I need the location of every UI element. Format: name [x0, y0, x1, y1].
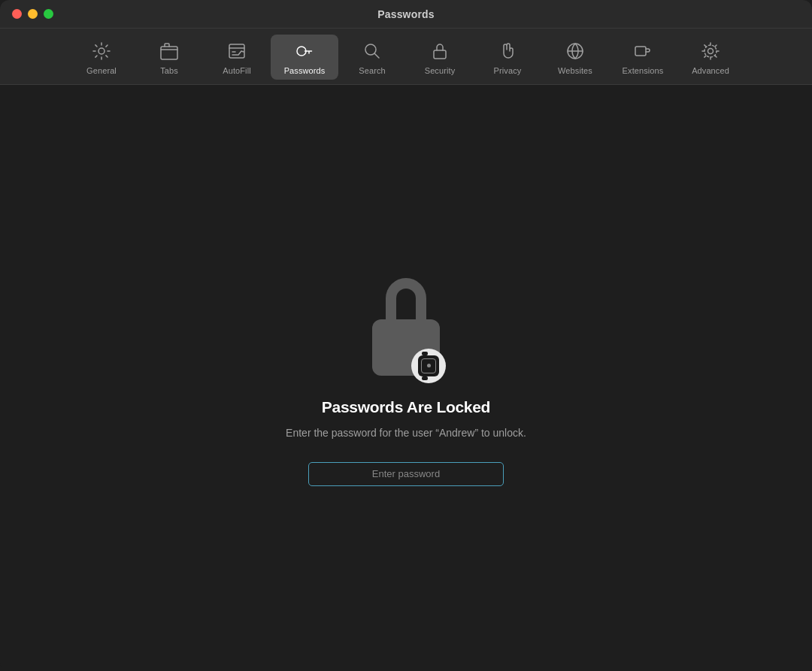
- tab-general[interactable]: General: [68, 35, 135, 80]
- tab-websites[interactable]: Websites: [541, 35, 609, 80]
- tab-passwords-label: Passwords: [284, 66, 326, 75]
- svg-rect-5: [434, 50, 446, 59]
- minimize-button[interactable]: [28, 9, 38, 19]
- lock-body: [372, 319, 440, 376]
- tab-autofill-label: AutoFill: [223, 66, 250, 75]
- locked-title: Passwords Are Locked: [322, 398, 490, 416]
- maximize-button[interactable]: [44, 9, 53, 19]
- tab-advanced-label: Advanced: [692, 66, 729, 75]
- close-button[interactable]: [12, 9, 22, 19]
- tab-extensions[interactable]: Extensions: [609, 35, 677, 80]
- tab-privacy[interactable]: Privacy: [474, 35, 541, 80]
- tab-autofill[interactable]: AutoFill: [203, 35, 271, 80]
- watch-dot: [427, 364, 431, 367]
- gear-advanced-icon: [700, 39, 721, 63]
- watch-icon: [418, 355, 439, 376]
- tab-websites-label: Websites: [558, 66, 592, 75]
- title-bar: Passwords: [0, 0, 812, 29]
- locked-subtitle: Enter the password for the user “Andrew”…: [286, 425, 526, 441]
- tab-passwords[interactable]: Passwords: [271, 35, 338, 80]
- lock-icon: [429, 39, 450, 63]
- svg-point-8: [708, 49, 714, 54]
- tab-security[interactable]: Security: [406, 35, 474, 80]
- search-icon: [362, 39, 383, 63]
- tab-search[interactable]: Search: [338, 35, 406, 80]
- tab-tabs-label: Tabs: [160, 66, 178, 75]
- autofill-icon: [226, 39, 247, 63]
- key-icon: [294, 39, 315, 63]
- lock-illustration: [361, 278, 451, 376]
- gear-icon: [91, 39, 112, 63]
- tab-tabs[interactable]: Tabs: [135, 35, 203, 80]
- tabs-icon: [159, 39, 180, 63]
- tab-general-label: General: [86, 66, 117, 75]
- lock-shackle: [386, 278, 426, 323]
- main-content: Passwords Are Locked Enter the password …: [0, 85, 812, 671]
- tab-security-label: Security: [425, 66, 456, 75]
- traffic-lights: [12, 9, 53, 19]
- svg-rect-7: [635, 47, 646, 56]
- toolbar: General Tabs AutoFill Passwords Search S…: [0, 29, 812, 85]
- tab-extensions-label: Extensions: [623, 66, 664, 75]
- tab-advanced[interactable]: Advanced: [677, 35, 744, 80]
- password-input[interactable]: [308, 462, 504, 486]
- window-title: Passwords: [377, 8, 435, 20]
- svg-rect-1: [161, 47, 177, 59]
- watch-badge: [411, 349, 446, 383]
- globe-icon: [565, 39, 586, 63]
- svg-point-0: [98, 48, 105, 54]
- watch-face: [421, 358, 436, 373]
- tab-search-label: Search: [359, 66, 385, 75]
- tab-privacy-label: Privacy: [494, 66, 522, 75]
- hand-icon: [497, 39, 518, 63]
- extensions-icon: [632, 39, 653, 63]
